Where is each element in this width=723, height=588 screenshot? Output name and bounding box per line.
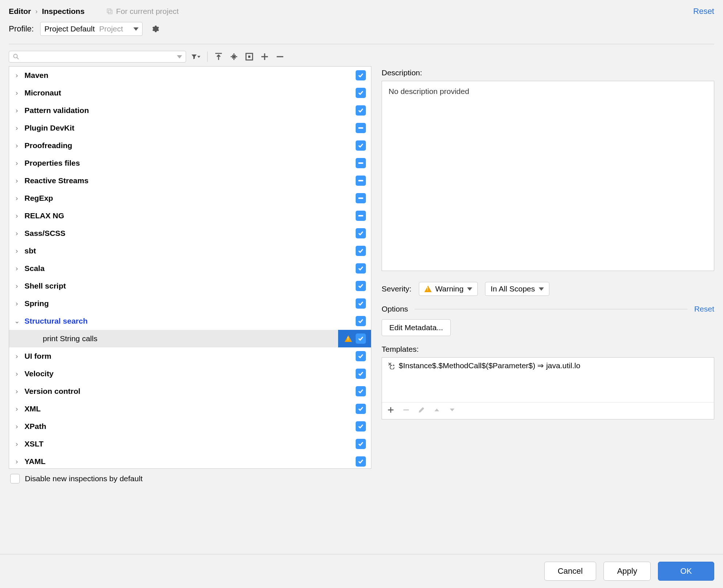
expand-all-button[interactable] xyxy=(213,52,224,62)
chevron-right-icon[interactable]: › xyxy=(13,353,21,360)
chevron-right-icon[interactable]: › xyxy=(13,159,21,167)
template-up-button[interactable] xyxy=(433,406,440,415)
inspection-checkbox[interactable] xyxy=(356,140,366,151)
inspection-checkbox[interactable] xyxy=(356,246,366,256)
tree-row[interactable]: ›XSLT xyxy=(9,435,371,453)
reset-enabled-button[interactable] xyxy=(244,52,254,62)
tree-row[interactable]: ›Plugin DevKit xyxy=(9,119,371,137)
inspection-checkbox[interactable] xyxy=(356,228,366,238)
inspection-checkbox[interactable] xyxy=(356,404,366,414)
tree-row[interactable]: ›XPath xyxy=(9,418,371,435)
chevron-right-icon[interactable]: › xyxy=(13,388,21,395)
tree-item-label: Velocity xyxy=(24,369,53,378)
tree-row[interactable]: print String calls xyxy=(9,330,371,347)
inspection-checkbox[interactable] xyxy=(356,70,366,80)
chevron-right-icon[interactable]: › xyxy=(13,107,21,114)
description-box: No description provided xyxy=(382,81,714,271)
tree-row[interactable]: ›Reactive Streams xyxy=(9,172,371,189)
chevron-right-icon[interactable]: › xyxy=(13,423,21,430)
tree-row[interactable]: ›RELAX NG xyxy=(9,207,371,225)
tree-row[interactable]: ›Shell script xyxy=(9,277,371,295)
chevron-right-icon[interactable]: › xyxy=(13,440,21,448)
inspection-checkbox[interactable] xyxy=(356,105,366,116)
template-row[interactable]: $Instance$.$MethodCall$($Parameter$) ⇒ j… xyxy=(382,358,714,402)
inspection-checkbox[interactable] xyxy=(356,263,366,274)
inspection-checkbox[interactable] xyxy=(356,123,366,133)
inspection-checkbox[interactable] xyxy=(356,351,366,361)
inspection-checkbox[interactable] xyxy=(356,333,366,344)
tree-row[interactable]: ›Pattern validation xyxy=(9,102,371,119)
template-edit-button[interactable] xyxy=(418,406,425,415)
inspection-checkbox[interactable] xyxy=(356,193,366,203)
chevron-right-icon[interactable]: › xyxy=(13,405,21,413)
template-remove-button[interactable] xyxy=(402,406,410,415)
chevron-right-icon[interactable]: › xyxy=(13,282,21,290)
inspection-checkbox[interactable] xyxy=(356,421,366,431)
chevron-right-icon[interactable]: › xyxy=(13,177,21,185)
chevron-right-icon[interactable]: › xyxy=(13,212,21,220)
tree-item-label: YAML xyxy=(24,457,46,466)
tree-row[interactable]: ›Scala xyxy=(9,260,371,277)
inspection-checkbox[interactable] xyxy=(356,281,366,291)
tree-row[interactable]: ›Micronaut xyxy=(9,84,371,102)
tree-row[interactable]: ›RegExp xyxy=(9,189,371,207)
tree-item-label: Maven xyxy=(24,71,48,80)
tree-row[interactable]: ›Proofreading xyxy=(9,137,371,154)
cancel-button[interactable]: Cancel xyxy=(544,562,596,581)
profile-select[interactable]: Project Default Project xyxy=(40,22,143,36)
inspection-checkbox[interactable] xyxy=(356,369,366,379)
tree-row[interactable]: ›Spring xyxy=(9,295,371,312)
inspection-checkbox[interactable] xyxy=(356,88,366,98)
search-input[interactable] xyxy=(9,51,186,63)
profile-settings-button[interactable] xyxy=(149,23,161,35)
chevron-down-icon[interactable]: ⌄ xyxy=(13,317,21,325)
inspection-checkbox[interactable] xyxy=(356,298,366,309)
disable-new-checkbox[interactable] xyxy=(10,474,20,483)
tree-row[interactable]: ›Properties files xyxy=(9,154,371,172)
tree-row[interactable]: ›Maven xyxy=(9,67,371,84)
collapse-all-button[interactable] xyxy=(229,52,239,62)
chevron-right-icon[interactable]: › xyxy=(13,370,21,378)
inspection-checkbox[interactable] xyxy=(356,176,366,186)
remove-button[interactable] xyxy=(275,52,285,62)
chevron-right-icon[interactable]: › xyxy=(13,265,21,272)
inspection-checkbox[interactable] xyxy=(356,211,366,221)
chevron-down-icon xyxy=(448,406,456,414)
reset-link[interactable]: Reset xyxy=(693,7,714,16)
chevron-right-icon: › xyxy=(35,8,38,15)
ok-button[interactable]: OK xyxy=(658,562,714,581)
tree-row[interactable]: ›sbt xyxy=(9,242,371,260)
chevron-right-icon[interactable]: › xyxy=(13,124,21,132)
chevron-right-icon[interactable]: › xyxy=(13,195,21,202)
inspection-checkbox[interactable] xyxy=(356,439,366,449)
tree-row[interactable]: ›YAML xyxy=(9,453,371,469)
tree-row[interactable]: ›UI form xyxy=(9,347,371,365)
tree-row[interactable]: ›Sass/SCSS xyxy=(9,225,371,242)
tree-row[interactable]: ⌄Structural search xyxy=(9,312,371,330)
chevron-right-icon[interactable]: › xyxy=(13,89,21,97)
scope-select[interactable]: In All Scopes xyxy=(485,282,549,296)
severity-select[interactable]: Warning xyxy=(419,282,478,296)
chevron-right-icon[interactable]: › xyxy=(13,142,21,150)
inspection-tree[interactable]: ›Maven›Micronaut›Pattern validation›Plug… xyxy=(9,66,371,469)
tree-row[interactable]: ›XML xyxy=(9,400,371,418)
tree-row[interactable]: ›Velocity xyxy=(9,365,371,382)
inspection-checkbox[interactable] xyxy=(356,456,366,467)
tree-row[interactable]: ›Version control xyxy=(9,382,371,400)
edit-metadata-button[interactable]: Edit Metadata... xyxy=(382,319,451,336)
apply-button[interactable]: Apply xyxy=(603,562,651,581)
chevron-right-icon[interactable]: › xyxy=(13,72,21,79)
filter-button[interactable] xyxy=(191,52,201,62)
template-add-button[interactable] xyxy=(387,406,394,415)
breadcrumb-parent[interactable]: Editor xyxy=(9,7,31,16)
inspection-checkbox[interactable] xyxy=(356,158,366,168)
chevron-right-icon[interactable]: › xyxy=(13,230,21,237)
template-down-button[interactable] xyxy=(448,406,456,415)
chevron-right-icon[interactable]: › xyxy=(13,458,21,466)
inspection-checkbox[interactable] xyxy=(356,386,366,396)
chevron-right-icon[interactable]: › xyxy=(13,300,21,308)
options-reset-link[interactable]: Reset xyxy=(694,305,714,313)
chevron-right-icon[interactable]: › xyxy=(13,247,21,255)
add-button[interactable] xyxy=(260,52,270,62)
inspection-checkbox[interactable] xyxy=(356,316,366,326)
